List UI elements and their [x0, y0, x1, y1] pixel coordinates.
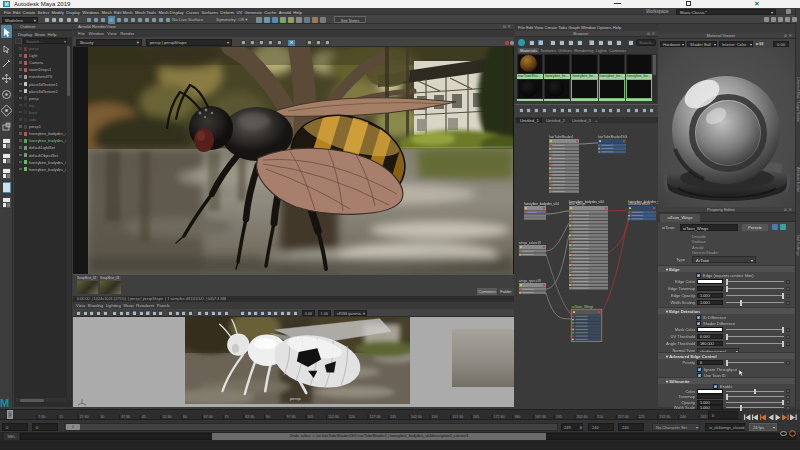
svg-text:127:30: 127:30 [369, 415, 380, 419]
svg-text:232:30: 232:30 [659, 415, 670, 419]
svg-text:aiStandardSurf...: aiStandardSurf... [628, 202, 652, 206]
svg-text:157:30: 157:30 [452, 415, 463, 419]
svg-text:210: 210 [597, 415, 603, 419]
svg-text:30: 30 [100, 415, 104, 419]
svg-text:15: 15 [59, 415, 63, 419]
svg-text:wings_colorv18: wings_colorv18 [519, 241, 541, 245]
svg-text:135: 135 [390, 415, 396, 419]
svg-text:45: 45 [142, 415, 146, 419]
svg-text:90: 90 [266, 415, 270, 419]
svg-text:wings_specv18: wings_specv18 [519, 279, 541, 283]
svg-text:67:30: 67:30 [204, 415, 213, 419]
svg-text:217:30: 217:30 [618, 415, 629, 419]
svg-text:112:30: 112:30 [328, 415, 339, 419]
svg-text:172:30: 172:30 [494, 415, 505, 419]
svg-text:165: 165 [473, 415, 479, 419]
svg-text:240: 240 [680, 415, 686, 419]
svg-text:Bee_Wings: Bee_Wings [569, 202, 586, 206]
svg-text:97:30: 97:30 [287, 415, 296, 419]
svg-text:22:30: 22:30 [80, 415, 89, 419]
svg-text:150: 150 [432, 415, 438, 419]
svg-text:37:30: 37:30 [121, 415, 130, 419]
svg-text:hairTubeShader1SG: hairTubeShader1SG [598, 135, 628, 139]
svg-text:52:30: 52:30 [162, 415, 171, 419]
svg-text:120: 120 [349, 415, 355, 419]
svg-text:142:30: 142:30 [411, 415, 422, 419]
svg-text:60: 60 [183, 415, 187, 419]
svg-text:187:30: 187:30 [535, 415, 546, 419]
svg-text:202:30: 202:30 [576, 415, 587, 419]
svg-text:82:30: 82:30 [245, 415, 254, 419]
svg-text:105: 105 [307, 415, 313, 419]
svg-text:7:30: 7:30 [38, 415, 45, 419]
svg-text:195: 195 [556, 415, 562, 419]
svg-text:75: 75 [225, 415, 229, 419]
svg-text:180: 180 [514, 415, 520, 419]
svg-text:225: 225 [639, 415, 645, 419]
svg-text:aiToon_Wings: aiToon_Wings [572, 305, 594, 309]
svg-text:hairTubeShader1: hairTubeShader1 [549, 135, 574, 139]
svg-text:honeybee_bodydes_v04: honeybee_bodydes_v04 [524, 202, 559, 206]
